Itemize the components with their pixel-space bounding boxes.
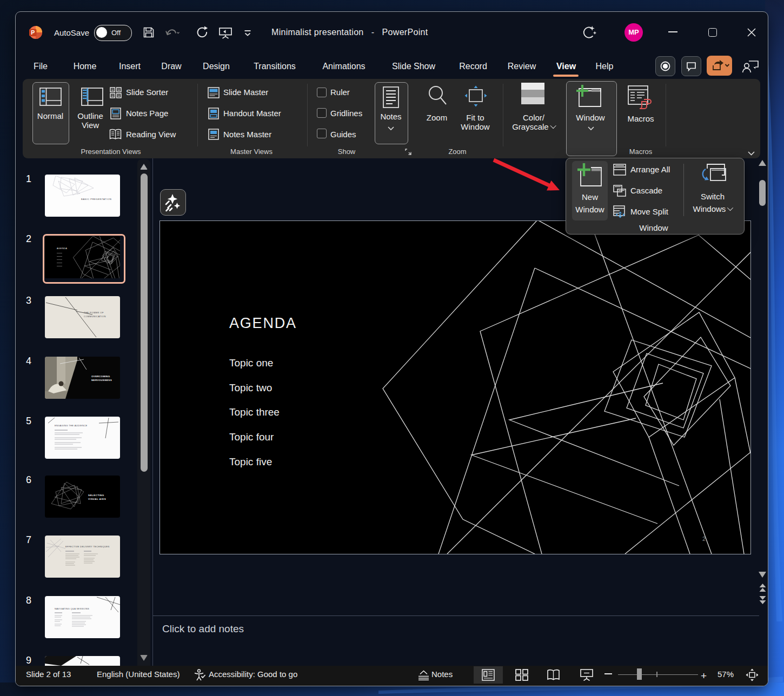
svg-text:VISUAL AIDS: VISUAL AIDS [88,498,106,500]
svg-text:P: P [31,29,35,36]
svg-text:EFFECTIVE DELIVERY TECHNIQUES: EFFECTIVE DELIVERY TECHNIQUES [65,545,110,548]
svg-text:2: 2 [702,536,706,542]
svg-text:OVERCOMING: OVERCOMING [91,375,110,378]
svg-text:COMMUNICATION: COMMUNICATION [84,315,106,318]
svg-text:SELECTING: SELECTING [88,494,104,497]
svg-text:ENGAGING THE AUDIENCE: ENGAGING THE AUDIENCE [55,424,88,427]
svg-text:THE POWER OF: THE POWER OF [84,311,104,314]
svg-text:AGENDA: AGENDA [57,247,67,250]
svg-text:BASIC PRESENTATION: BASIC PRESENTATION [81,198,111,200]
svg-text:NERVOUSNESS: NERVOUSNESS [91,379,112,382]
svg-text:NAVIGATING Q&A SESSIONS: NAVIGATING Q&A SESSIONS [55,607,89,610]
